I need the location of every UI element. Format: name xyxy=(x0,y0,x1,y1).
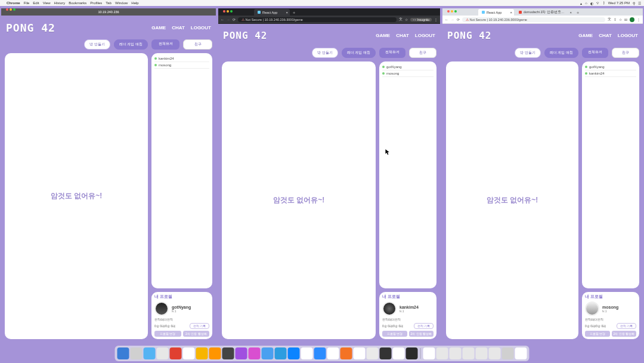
dock-app-icon[interactable] xyxy=(131,347,143,359)
translate-icon[interactable]: 文 xyxy=(608,17,611,22)
url-input[interactable]: ⚠ Not Secure | 10.19.240.236:3000/game xyxy=(462,17,605,22)
dock-app-icon[interactable] xyxy=(157,347,169,359)
dock-app-icon[interactable] xyxy=(393,347,405,359)
list-item[interactable]: gotNyang xyxy=(585,64,636,70)
ladder-match-button[interactable]: 레더 게임 매칭 xyxy=(544,48,578,58)
dock-app-icon[interactable] xyxy=(463,347,475,359)
maximize-icon[interactable] xyxy=(230,10,233,13)
reload-icon[interactable]: ⟳ xyxy=(233,17,236,21)
dock-app-icon[interactable] xyxy=(275,347,287,359)
close-icon[interactable] xyxy=(223,10,225,13)
ladder-match-button[interactable]: 레더 게임 매칭 xyxy=(342,48,376,58)
edit-profile-button[interactable]: 프로필 변경 xyxy=(382,331,407,337)
edit-profile-button[interactable]: 프로필 변경 xyxy=(585,331,610,337)
list-item[interactable]: mosong xyxy=(154,62,209,69)
share-icon[interactable]: ⇪ xyxy=(614,17,617,21)
close-icon[interactable] xyxy=(6,8,8,11)
menu-icon[interactable]: ⋮ xyxy=(637,17,640,21)
list-item[interactable]: kankim24 xyxy=(154,56,209,62)
dock-app-icon[interactable] xyxy=(209,347,221,359)
back-icon[interactable]: ← xyxy=(445,18,448,21)
bookmark-icon[interactable]: ☆ xyxy=(405,17,408,21)
nav-game[interactable]: GAME xyxy=(578,33,593,38)
nav-logout[interactable]: LOGOUT xyxy=(618,33,638,38)
make-room-button[interactable]: 방 만들기 xyxy=(312,48,338,58)
dock-app-icon[interactable] xyxy=(489,347,501,359)
menu-icon[interactable]: ⋮ xyxy=(434,17,438,21)
dock-app-icon[interactable] xyxy=(314,347,326,359)
clock[interactable]: Wed 7:25 PM xyxy=(608,1,630,5)
list-item[interactable]: kankim24 xyxy=(585,70,636,77)
tab-friends[interactable]: 친구 xyxy=(409,48,436,58)
dock-app-icon[interactable] xyxy=(367,347,379,359)
dock-app-icon[interactable] xyxy=(301,347,313,359)
minimize-icon[interactable] xyxy=(227,10,229,13)
browser-tab[interactable]: domodachi 2차 인증번호(16976) × xyxy=(515,9,574,16)
app-menu[interactable]: Chrome xyxy=(7,1,20,5)
dock-app-icon[interactable] xyxy=(170,347,182,359)
tab-close-icon[interactable]: × xyxy=(286,11,288,14)
dock-app-icon[interactable] xyxy=(236,347,247,359)
dock-app-icon[interactable] xyxy=(249,347,261,359)
wifi-icon[interactable]: ᯤ xyxy=(596,1,600,5)
view-history-button[interactable]: 전적 기록 xyxy=(190,323,209,329)
enable-2fa-button[interactable]: 2차 인증 활성화 xyxy=(409,331,434,337)
tab-friends[interactable]: 친구 xyxy=(183,39,212,50)
minimize-icon[interactable] xyxy=(451,10,453,13)
browser-tab[interactable]: React App × xyxy=(478,9,514,16)
dock-app-icon[interactable] xyxy=(515,347,527,359)
tray-icon[interactable]: ▴ xyxy=(580,1,582,5)
url-input[interactable]: ⚠ Not Secure | 10.19.240.236:3000/game xyxy=(238,17,397,22)
browser-tab[interactable]: React App × xyxy=(254,9,290,16)
dock-app-icon[interactable] xyxy=(436,347,448,359)
minimize-icon[interactable] xyxy=(10,8,12,11)
nav-game[interactable]: GAME xyxy=(151,25,166,30)
dock-app-icon[interactable] xyxy=(117,347,129,359)
control-center-icon[interactable]: ☰ xyxy=(638,1,641,5)
dock-app-icon[interactable] xyxy=(327,347,339,359)
bookmark-icon[interactable]: ☆ xyxy=(619,17,622,21)
dock-app-icon[interactable] xyxy=(502,347,514,359)
make-room-button[interactable]: 방 만들기 xyxy=(515,48,541,58)
maximize-icon[interactable] xyxy=(454,10,457,13)
dock-app-icon[interactable] xyxy=(450,347,462,359)
tab-close-icon[interactable]: × xyxy=(510,11,512,14)
dock-app-icon[interactable] xyxy=(144,347,156,359)
menu-view[interactable]: View xyxy=(43,1,51,5)
menu-file[interactable]: File xyxy=(24,1,30,5)
dock-app-icon[interactable] xyxy=(196,347,208,359)
nav-game[interactable]: GAME xyxy=(376,33,390,38)
tab-all-users[interactable]: 전체유저 xyxy=(151,39,179,50)
ladder-match-button[interactable]: 레더 게임 매칭 xyxy=(114,39,148,50)
list-item[interactable]: mosong xyxy=(382,70,434,77)
nav-logout[interactable]: LOGOUT xyxy=(415,33,435,38)
dock-app-icon[interactable] xyxy=(340,347,352,359)
maximize-icon[interactable] xyxy=(13,8,16,11)
bluetooth-icon[interactable]: ᛒ xyxy=(603,1,605,5)
dock-app-icon[interactable] xyxy=(406,347,418,359)
dock-app-icon[interactable] xyxy=(423,347,435,359)
menu-bookmarks[interactable]: Bookmarks xyxy=(69,1,86,5)
dock-app-icon[interactable] xyxy=(262,347,274,359)
close-icon[interactable] xyxy=(447,10,450,13)
new-tab-button[interactable]: + xyxy=(291,10,297,16)
translate-icon[interactable]: 文 xyxy=(399,17,402,22)
menu-edit[interactable]: Edit xyxy=(33,1,39,5)
nav-chat[interactable]: CHAT xyxy=(172,25,185,30)
dock-app-icon[interactable] xyxy=(222,347,234,359)
spotlight-icon[interactable]: ⚲ xyxy=(633,1,635,5)
view-history-button[interactable]: 전적 기록 xyxy=(414,323,434,329)
menu-history[interactable]: History xyxy=(54,1,66,5)
tray-icon[interactable]: ◐ xyxy=(590,1,593,5)
nav-chat[interactable]: CHAT xyxy=(396,33,409,38)
dock-app-icon[interactable] xyxy=(380,347,392,359)
menu-help[interactable]: Help xyxy=(131,1,138,5)
reload-icon[interactable]: ⟳ xyxy=(457,17,460,21)
profile-avatar-icon[interactable] xyxy=(630,17,634,22)
tab-friends[interactable]: 친구 xyxy=(612,48,639,58)
view-history-button[interactable]: 전적 기록 xyxy=(617,323,636,329)
nav-logout[interactable]: LOGOUT xyxy=(191,25,211,30)
nav-chat[interactable]: CHAT xyxy=(599,33,612,38)
tab-all-users[interactable]: 전체유저 xyxy=(379,48,405,58)
forward-icon[interactable]: → xyxy=(451,18,454,21)
